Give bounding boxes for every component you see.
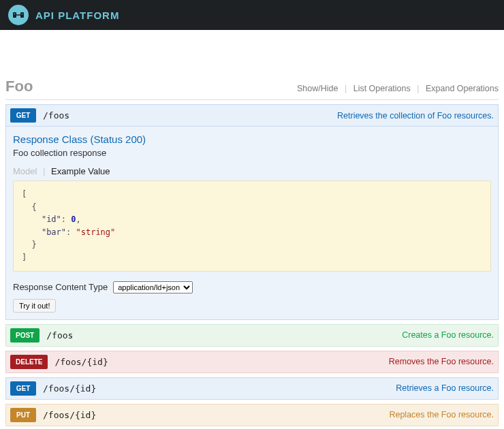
operation-body: Response Class (Status 200) Foo collecti… [5, 127, 499, 320]
content-type-row: Response Content Type application/ld+jso… [13, 281, 491, 293]
sep: | [43, 166, 45, 176]
method-badge-delete: DELETE [10, 355, 48, 369]
expand-operations-link[interactable]: Expand Operations [426, 84, 499, 93]
operation-header[interactable]: PUT /foos/{id} Replaces the Foo resource… [5, 404, 499, 426]
try-it-out-button[interactable]: Try it out! [13, 299, 56, 313]
operation-path: /foos [46, 330, 73, 340]
response-tabs: Model | Example Value [13, 166, 491, 176]
topbar: API PLATFORM [0, 0, 504, 30]
operation-path: /foos/{id} [54, 357, 108, 367]
operation-path: /foos/{id} [43, 410, 96, 420]
tab-model[interactable]: Model [13, 166, 37, 176]
operation-path: /foos/{id} [43, 383, 96, 394]
operation-summary: Removes the Foo resource. [389, 357, 494, 366]
method-badge-put: PUT [10, 408, 36, 422]
operation-get-foos: GET /foos Retrieves the collection of Fo… [5, 104, 499, 320]
brand-title: API PLATFORM [35, 10, 119, 21]
operation-summary: Retrieves a Foo resource. [396, 383, 494, 393]
operation-header[interactable]: GET /foos Retrieves the collection of Fo… [5, 104, 499, 127]
method-badge-post: POST [10, 328, 40, 343]
operation-header[interactable]: GET /foos/{id} Retrieves a Foo resource. [5, 377, 499, 400]
operation-get-foo: GET /foos/{id} Retrieves a Foo resource. [5, 377, 499, 400]
list-operations-link[interactable]: List Operations [353, 84, 411, 93]
operation-delete-foo: DELETE /foos/{id} Removes the Foo resour… [5, 351, 499, 373]
operation-header[interactable]: DELETE /foos/{id} Removes the Foo resour… [5, 351, 499, 373]
resource-header: Foo Show/Hide | List Operations | Expand… [5, 78, 499, 100]
content-type-select[interactable]: application/ld+json [113, 281, 193, 293]
example-value-code: [ { "id": 0, "bar": "string" } ] [13, 180, 491, 272]
operation-summary: Replaces the Foo resource. [389, 410, 494, 419]
operation-header[interactable]: POST /foos Creates a Foo resource. [5, 324, 499, 347]
svg-rect-0 [13, 12, 16, 18]
operation-put-foo: PUT /foos/{id} Replaces the Foo resource… [5, 404, 499, 426]
method-badge-get: GET [10, 381, 36, 396]
operation-path: /foos [43, 110, 69, 121]
operation-post-foos: POST /foos Creates a Foo resource. [5, 324, 499, 347]
svg-point-4 [22, 14, 23, 15]
svg-rect-1 [20, 12, 24, 18]
content-type-label: Response Content Type [13, 282, 108, 292]
svg-point-3 [14, 14, 16, 15]
page-content: Foo Show/Hide | List Operations | Expand… [0, 30, 504, 429]
response-class-title: Response Class (Status 200) [13, 133, 491, 145]
sep: | [417, 84, 419, 93]
show-hide-link[interactable]: Show/Hide [297, 84, 338, 93]
response-subtitle: Foo collection response [13, 148, 491, 158]
method-badge-get: GET [10, 108, 36, 123]
sep: | [345, 84, 347, 93]
operation-summary: Retrieves the collection of Foo resource… [337, 111, 494, 121]
tab-example-value[interactable]: Example Value [51, 166, 110, 176]
operation-summary: Creates a Foo resource. [402, 330, 494, 340]
resource-title[interactable]: Foo [5, 78, 33, 95]
resource-links: Show/Hide | List Operations | Expand Ope… [297, 84, 499, 93]
logo-icon [8, 5, 29, 25]
